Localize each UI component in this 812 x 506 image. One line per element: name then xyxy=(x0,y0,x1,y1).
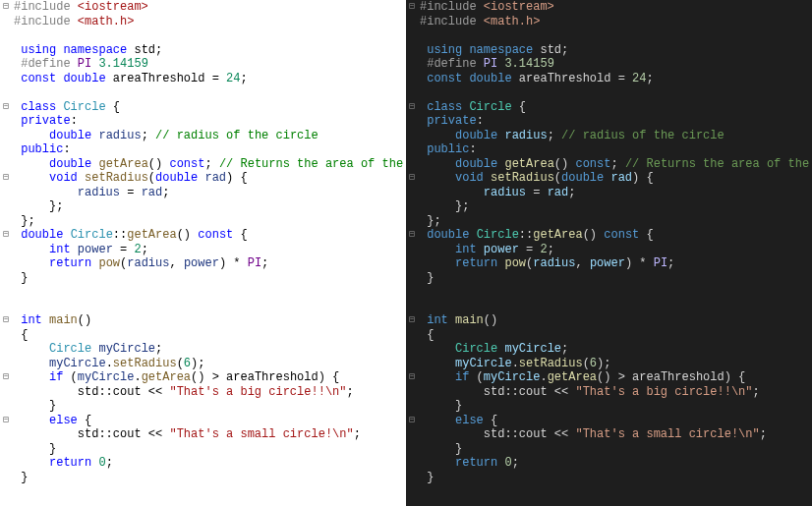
code-line[interactable]: ⊟ void setRadius(double rad) { xyxy=(406,171,812,186)
code-text[interactable]: { xyxy=(418,328,434,343)
code-line[interactable]: ⊟ void setRadius(double rad) { xyxy=(0,171,406,186)
code-line[interactable]: { xyxy=(406,328,812,343)
code-line[interactable]: return pow(radius, power) * PI; xyxy=(0,256,406,271)
code-line[interactable]: #define PI 3.14159 xyxy=(406,57,812,72)
code-text[interactable]: } xyxy=(418,442,462,457)
code-line[interactable]: public: xyxy=(406,142,812,157)
fold-collapse-icon[interactable]: ⊟ xyxy=(406,414,418,428)
code-line[interactable]: ⊟ int main() xyxy=(406,313,812,328)
code-line[interactable]: ⊟ class Circle { xyxy=(0,100,406,115)
fold-collapse-icon[interactable]: ⊟ xyxy=(406,171,418,186)
code-text[interactable]: const double areaThreshold = 24; xyxy=(418,72,654,86)
code-text[interactable]: } xyxy=(12,471,28,485)
code-text[interactable]: } xyxy=(418,399,462,414)
code-line[interactable]: return pow(radius, power) * PI; xyxy=(406,256,812,271)
code-line[interactable]: public: xyxy=(0,142,406,157)
code-line[interactable] xyxy=(406,28,812,43)
code-text[interactable]: } xyxy=(12,399,56,414)
code-text[interactable]: #include <iostream> xyxy=(12,0,148,15)
code-text[interactable]: myCircle.setRadius(6); xyxy=(12,357,204,371)
code-line[interactable]: ⊟ int main() xyxy=(0,313,406,328)
code-text[interactable]: int power = 2; xyxy=(12,243,148,257)
code-text[interactable]: using namespace std; xyxy=(12,43,162,58)
code-text[interactable]: }; xyxy=(12,214,35,229)
fold-collapse-icon[interactable]: ⊟ xyxy=(406,313,418,328)
code-line[interactable]: myCircle.setRadius(6); xyxy=(406,357,812,371)
code-text[interactable]: std::cout << "That's a big circle!!\n"; xyxy=(418,385,760,400)
code-line[interactable]: ⊟ double Circle::getArea() const { xyxy=(0,228,406,243)
code-line[interactable]: using namespace std; xyxy=(406,43,812,58)
code-line[interactable]: using namespace std; xyxy=(0,43,406,58)
code-text[interactable]: double radius; // radius of the circle xyxy=(12,129,319,143)
code-editor-dark[interactable]: ⊟#include <iostream>#include <math.h> us… xyxy=(406,0,812,506)
code-line[interactable]: ⊟ if (myCircle.getArea() > areaThreshold… xyxy=(406,370,812,385)
code-text[interactable]: myCircle.setRadius(6); xyxy=(418,357,610,371)
code-line[interactable]: ⊟ else { xyxy=(406,414,812,428)
fold-collapse-icon[interactable]: ⊟ xyxy=(0,100,12,115)
code-editor-light[interactable]: ⊟#include <iostream>#include <math.h> us… xyxy=(0,0,406,506)
code-line[interactable]: myCircle.setRadius(6); xyxy=(0,357,406,371)
code-text[interactable]: Circle myCircle; xyxy=(418,342,568,357)
code-text[interactable]: else { xyxy=(12,414,91,428)
code-line[interactable]: ⊟ class Circle { xyxy=(406,100,812,115)
code-line[interactable] xyxy=(0,28,406,43)
code-text[interactable]: radius = rad; xyxy=(418,186,575,200)
code-text[interactable]: double Circle::getArea() const { xyxy=(12,228,248,243)
code-text[interactable]: std::cout << "That's a big circle!!\n"; xyxy=(12,385,354,400)
code-text[interactable]: void setRadius(double rad) { xyxy=(12,171,248,186)
code-line[interactable] xyxy=(0,285,406,300)
code-text[interactable]: { xyxy=(12,328,28,343)
fold-collapse-icon[interactable]: ⊟ xyxy=(0,414,12,428)
code-text[interactable]: class Circle { xyxy=(418,100,526,115)
code-text[interactable]: using namespace std; xyxy=(418,43,568,58)
code-line[interactable]: private: xyxy=(406,114,812,129)
code-line[interactable]: } xyxy=(0,471,406,485)
code-text[interactable]: int main() xyxy=(12,313,91,328)
code-text[interactable]: double getArea() const; // Returns the a… xyxy=(418,157,812,172)
code-text[interactable]: #define PI 3.14159 xyxy=(12,57,148,72)
code-line[interactable]: ⊟#include <iostream> xyxy=(0,0,406,15)
code-line[interactable]: const double areaThreshold = 24; xyxy=(0,72,406,86)
code-line[interactable] xyxy=(406,300,812,314)
code-text[interactable]: return pow(radius, power) * PI; xyxy=(418,256,674,271)
code-line[interactable]: #include <math.h> xyxy=(406,15,812,29)
code-line[interactable]: double getArea() const; // Returns the a… xyxy=(0,157,406,172)
code-line[interactable]: } xyxy=(406,399,812,414)
code-line[interactable]: ⊟ if (myCircle.getArea() > areaThreshold… xyxy=(0,370,406,385)
code-text[interactable]: std::cout << "That's a small circle!\n"; xyxy=(418,427,767,442)
fold-collapse-icon[interactable]: ⊟ xyxy=(0,370,12,385)
code-line[interactable]: return 0; xyxy=(0,456,406,471)
code-text[interactable]: } xyxy=(12,271,28,286)
code-line[interactable]: const double areaThreshold = 24; xyxy=(406,72,812,86)
code-line[interactable] xyxy=(406,85,812,100)
code-line[interactable] xyxy=(0,300,406,314)
code-text[interactable]: radius = rad; xyxy=(12,186,169,200)
code-text[interactable]: } xyxy=(418,271,434,286)
code-text[interactable]: } xyxy=(418,471,434,485)
code-text[interactable]: return 0; xyxy=(12,456,113,471)
code-text[interactable]: std::cout << "That's a small circle!\n"; xyxy=(12,427,361,442)
code-text[interactable]: public: xyxy=(418,142,477,157)
fold-collapse-icon[interactable]: ⊟ xyxy=(0,0,12,15)
code-line[interactable]: } xyxy=(406,271,812,286)
code-text[interactable]: return pow(radius, power) * PI; xyxy=(12,256,268,271)
code-line[interactable]: ⊟ double Circle::getArea() const { xyxy=(406,228,812,243)
code-line[interactable]: } xyxy=(0,399,406,414)
code-text[interactable]: const double areaThreshold = 24; xyxy=(12,72,248,86)
fold-collapse-icon[interactable]: ⊟ xyxy=(0,313,12,328)
code-line[interactable]: return 0; xyxy=(406,456,812,471)
code-text[interactable]: else { xyxy=(418,414,497,428)
code-text[interactable]: if (myCircle.getArea() > areaThreshold) … xyxy=(12,370,339,385)
code-line[interactable]: double radius; // radius of the circle xyxy=(406,129,812,143)
code-line[interactable]: radius = rad; xyxy=(0,186,406,200)
code-text[interactable]: private: xyxy=(418,114,484,129)
code-text[interactable]: } xyxy=(12,442,56,457)
code-line[interactable]: } xyxy=(406,471,812,485)
code-line[interactable]: double radius; // radius of the circle xyxy=(0,129,406,143)
code-line[interactable]: ⊟ else { xyxy=(0,414,406,428)
code-line[interactable]: { xyxy=(0,328,406,343)
code-text[interactable]: Circle myCircle; xyxy=(12,342,162,357)
code-text[interactable]: }; xyxy=(418,214,441,229)
fold-collapse-icon[interactable]: ⊟ xyxy=(0,228,12,243)
code-line[interactable]: }; xyxy=(0,199,406,214)
